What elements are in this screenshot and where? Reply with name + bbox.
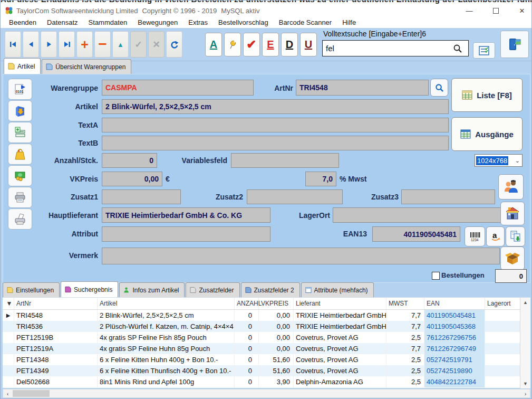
shop-button[interactable]	[500, 202, 525, 225]
add-to-list-button[interactable]	[8, 122, 32, 143]
goods-receipt-button[interactable]	[8, 100, 32, 121]
table-row[interactable]: PET12519B4x gratis SP Feline Fish 85g Po…	[3, 332, 530, 343]
refresh-record-button[interactable]	[166, 31, 182, 58]
menu-item-barcode-scanner[interactable]: Barcode Scanner	[274, 17, 337, 27]
print-label-button[interactable]	[8, 208, 32, 230]
close-button[interactable]: ✕	[517, 6, 527, 16]
font-e-button[interactable]: E	[262, 33, 279, 56]
col-lieferant[interactable]: Lieferant	[294, 298, 386, 309]
table-row[interactable]: PET143496 x Feline Kitten Thunfisch 400g…	[3, 365, 530, 376]
tab-suchergebnis[interactable]: Suchergebnis	[61, 281, 118, 297]
tab-infos-zum-artikel[interactable]: Infos zum Artikel	[119, 282, 185, 297]
check-filter-button[interactable]: ✔	[243, 33, 260, 56]
attribut-label: Attribut	[45, 230, 98, 238]
col-lagerort[interactable]: Lagerort	[485, 298, 520, 309]
anzahl-field[interactable]: 0	[102, 153, 157, 168]
artikel-field[interactable]: 2 Blink-Würfel, 2,5×2,5×2,5 cm	[102, 99, 449, 114]
artnr-field[interactable]: TRI4548	[296, 80, 429, 96]
svg-text:a: a	[492, 231, 497, 240]
font-u-button[interactable]: U	[300, 33, 317, 56]
next-record-button[interactable]	[41, 31, 57, 58]
ausgaenge-button[interactable]: Ausgänge	[451, 117, 523, 151]
horizontal-scrollbar[interactable]: ‹ ›	[3, 389, 530, 398]
insert-record-button[interactable]: +	[76, 31, 93, 58]
scroll-right-icon[interactable]: ›	[521, 390, 530, 397]
amazon-button[interactable]: a	[486, 226, 505, 246]
tab-zusatzfelder[interactable]: Zusatzfelder	[186, 282, 239, 297]
font-a-button[interactable]: A	[205, 33, 222, 56]
tab-einstellungen[interactable]: Einstellungen	[3, 282, 60, 297]
print-button[interactable]	[8, 187, 32, 208]
table-row[interactable]: ▶TRI45482 Blink-Würfel, 2,5×2,5×2,5 cm00…	[3, 310, 530, 321]
menu-item-hilfe[interactable]: Hilfe	[337, 17, 361, 27]
scroll-up-icon[interactable]: ▲	[523, 298, 528, 307]
lagerort-field[interactable]	[333, 207, 502, 223]
menu-item-beenden[interactable]: Beenden	[4, 17, 42, 27]
payment-button[interactable]	[8, 165, 32, 186]
tab-zusatzfelder-2[interactable]: Zusatzfelder 2	[241, 282, 300, 297]
customer-button[interactable]	[498, 174, 524, 200]
zusatz1-field[interactable]	[102, 189, 181, 204]
exit-button[interactable]	[500, 31, 529, 58]
previous-record-button[interactable]	[23, 31, 39, 58]
maximize-button[interactable]	[490, 6, 501, 16]
copy-article-button[interactable]	[506, 226, 525, 246]
attribut-field[interactable]	[102, 226, 270, 242]
pin-button[interactable]	[224, 33, 241, 56]
zusatz2-field[interactable]	[247, 189, 343, 204]
fulltext-search-input[interactable]	[322, 40, 469, 56]
warengruppe-field[interactable]: CASMPA	[102, 80, 254, 96]
filter-icon[interactable]: ▼	[3, 298, 14, 309]
table-row[interactable]: PET12519A4x gratis SP Feline Huhn 85g Po…	[3, 343, 530, 354]
tab-uebersicht-warengruppen[interactable]: Übersicht Warengruppen	[42, 59, 131, 74]
hauptlieferant-field[interactable]: TRIXIE Heimtierbedarf GmbH & Co. KG	[102, 207, 270, 223]
package-button[interactable]	[500, 246, 525, 270]
tasklist-button[interactable]	[473, 42, 495, 59]
font-d-button[interactable]: D	[281, 33, 298, 56]
col-vkpreis[interactable]: VKPREIS	[259, 298, 294, 309]
table-row[interactable]: TRI45362 Plüsch-Würfel f. Katzen, m. Cat…	[3, 321, 530, 332]
last-record-button[interactable]	[59, 31, 75, 58]
cell-artikel: 4x gratis SP Feline Huhn 85g Pouch	[98, 343, 235, 354]
barcode-button[interactable]: 1234	[465, 226, 485, 246]
scroll-left-icon[interactable]: ‹	[3, 390, 12, 397]
menu-item-bestellvorschlag[interactable]: Bestellvorschlag	[213, 17, 274, 27]
variablesfeld-field[interactable]	[231, 153, 339, 168]
bestellungen-checkbox[interactable]	[432, 272, 440, 280]
first-record-button[interactable]	[5, 31, 21, 58]
horizontal-scroll-thumb[interactable]	[13, 390, 50, 397]
delete-record-button[interactable]: −	[94, 31, 111, 58]
tab-attribute-mehrfach[interactable]: Attribute (mehfach)	[301, 282, 374, 297]
ean13-field[interactable]: 4011905045481	[372, 226, 460, 242]
menu-item-stammdaten[interactable]: Stammdaten	[83, 17, 133, 27]
zusatz3-field[interactable]	[401, 189, 495, 204]
vkpreis-field[interactable]: 0,00	[102, 172, 162, 186]
col-artikel[interactable]: Artikel	[98, 298, 235, 309]
shopping-bag-button[interactable]	[8, 144, 32, 165]
liste-button[interactable]: Liste [F8]	[451, 78, 523, 112]
menu-bar: Beenden Datensatz Stammdaten Bewegungen …	[1, 17, 532, 28]
resolution-value: 1024x768	[476, 156, 508, 165]
table-row[interactable]: Del5026688in1 Minis Rind und Apfel 100g0…	[3, 376, 530, 387]
textb-field[interactable]	[102, 136, 449, 150]
artnr-search-button[interactable]	[430, 79, 448, 97]
mwst-field[interactable]: 7,0	[305, 172, 336, 186]
resolution-dropdown[interactable]: 1024x768 ⌄	[475, 154, 523, 167]
table-row[interactable]: PET143486 x Feline Kitten Huhn 400g + Bo…	[3, 354, 530, 365]
col-mwst[interactable]: MWST	[386, 298, 424, 309]
menu-item-extras[interactable]: Extras	[183, 17, 213, 27]
menu-item-bewegungen[interactable]: Bewegungen	[132, 17, 183, 27]
edit-record-button[interactable]: ▲	[112, 31, 129, 58]
col-artnr[interactable]: ArtNr	[14, 298, 98, 309]
scroll-down-icon[interactable]: ▼	[523, 379, 528, 388]
vertical-scrollbar[interactable]: ▲ ▼	[520, 298, 530, 388]
menu-item-datensatz[interactable]: Datensatz	[42, 17, 83, 27]
minimize-button[interactable]: —	[464, 6, 475, 16]
col-anzahl[interactable]: ANZAHL	[235, 298, 259, 309]
vermerk-field[interactable]	[102, 248, 500, 264]
col-ean[interactable]: EAN	[424, 298, 485, 309]
tab-artikel[interactable]: Artikel	[4, 58, 41, 74]
cell-lagerort	[485, 321, 520, 332]
pushpin-icon	[228, 40, 237, 50]
texta-field[interactable]	[102, 118, 449, 132]
